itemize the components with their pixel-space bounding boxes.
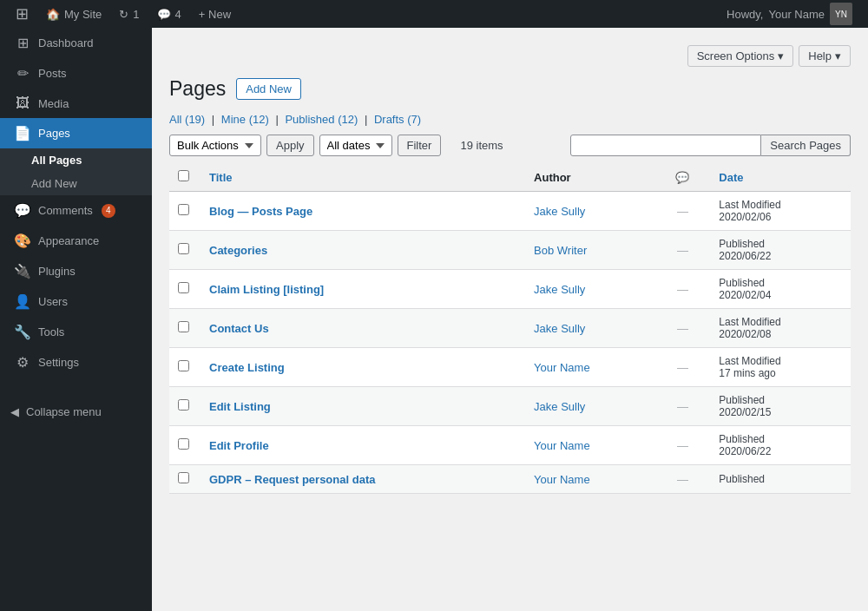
row-title-cell: Contact Us bbox=[201, 309, 525, 348]
author-link[interactable]: Jake Sully bbox=[534, 283, 585, 296]
adminbar-user[interactable]: Howdy, Your Name YN bbox=[718, 3, 861, 25]
sidebar-label-media: Media bbox=[38, 97, 69, 110]
adminbar-mysite[interactable]: 🏠 My Site bbox=[37, 0, 110, 28]
tab-drafts[interactable]: Drafts (7) bbox=[374, 113, 421, 126]
tab-mine[interactable]: Mine (12) bbox=[221, 113, 269, 126]
table-row: Contact Us Jake Sully — Last Modified 20… bbox=[169, 309, 851, 348]
sidebar-item-users[interactable]: 👤 Users bbox=[0, 286, 152, 317]
updates-icon: ↻ bbox=[119, 8, 128, 21]
row-checkbox[interactable] bbox=[178, 321, 189, 332]
sidebar-label-users: Users bbox=[38, 295, 68, 308]
date-value: 2020/02/08 bbox=[719, 328, 842, 340]
page-title-link[interactable]: GDPR – Request personal data bbox=[209, 473, 375, 486]
sidebar-sub-add-new[interactable]: Add New bbox=[0, 172, 152, 195]
sidebar-item-appearance[interactable]: 🎨 Appearance bbox=[0, 226, 152, 256]
page-title-link[interactable]: Edit Profile bbox=[209, 439, 269, 452]
author-link[interactable]: Your Name bbox=[534, 473, 590, 486]
row-date-cell: Published bbox=[710, 465, 851, 494]
row-checkbox[interactable] bbox=[178, 204, 189, 215]
sidebar-item-plugins[interactable]: 🔌 Plugins bbox=[0, 256, 152, 286]
row-checkbox[interactable] bbox=[178, 399, 189, 411]
title-sort-link[interactable]: Title bbox=[209, 171, 233, 184]
date-status: Last Modified bbox=[719, 316, 780, 328]
adminbar-new[interactable]: + New bbox=[190, 0, 240, 28]
settings-icon: ⚙ bbox=[14, 354, 31, 371]
table-row: Claim Listing [listing] Jake Sully — Pub… bbox=[169, 270, 851, 309]
row-title-cell: GDPR – Request personal data bbox=[201, 465, 525, 494]
author-link[interactable]: Jake Sully bbox=[534, 205, 585, 218]
help-button[interactable]: Help ▾ bbox=[799, 45, 851, 67]
sidebar-label-tools: Tools bbox=[38, 325, 64, 338]
author-link[interactable]: Jake Sully bbox=[534, 400, 585, 413]
page-title-link[interactable]: Contact Us bbox=[209, 322, 269, 335]
pages-icon: 📄 bbox=[14, 125, 31, 141]
adminbar-comments[interactable]: 💬 4 bbox=[148, 0, 190, 28]
sidebar-item-settings[interactable]: ⚙ Settings bbox=[0, 347, 152, 378]
row-checkbox[interactable] bbox=[178, 360, 189, 371]
date-filter-select[interactable]: All dates bbox=[319, 135, 392, 156]
row-title-cell: Claim Listing [listing] bbox=[201, 270, 525, 309]
th-author: Author bbox=[525, 163, 655, 192]
row-checkbox[interactable] bbox=[178, 243, 189, 254]
select-all-checkbox[interactable] bbox=[178, 170, 189, 181]
row-checkbox[interactable] bbox=[178, 472, 189, 483]
sep2: | bbox=[275, 113, 278, 126]
apply-button[interactable]: Apply bbox=[266, 135, 314, 156]
add-new-button[interactable]: Add New bbox=[236, 78, 301, 100]
row-author-cell: Jake Sully bbox=[525, 387, 655, 426]
sidebar-item-posts[interactable]: ✏ Posts bbox=[0, 58, 152, 89]
sep3: | bbox=[365, 113, 367, 126]
sidebar-item-dashboard[interactable]: ⊞ Dashboard bbox=[0, 28, 152, 58]
sidebar-item-comments[interactable]: 💬 Comments 4 bbox=[0, 195, 152, 226]
comments-icon: 💬 bbox=[14, 202, 31, 219]
row-author-cell: Jake Sully bbox=[525, 192, 655, 231]
page-title-link[interactable]: Claim Listing [listing] bbox=[209, 283, 324, 296]
row-checkbox-cell bbox=[169, 348, 201, 387]
row-checkbox-cell bbox=[169, 231, 201, 270]
row-checkbox-cell bbox=[169, 387, 201, 426]
row-comments-cell: — bbox=[655, 231, 711, 270]
author-link[interactable]: Your Name bbox=[534, 361, 590, 374]
filter-button[interactable]: Filter bbox=[398, 135, 442, 156]
row-date-cell: Published 2020/06/22 bbox=[710, 231, 851, 270]
bulk-actions-select[interactable]: Bulk Actions bbox=[169, 135, 261, 156]
table-row: Categories Bob Writer — Published 2020/0… bbox=[169, 231, 851, 270]
comments-badge: 4 bbox=[102, 204, 115, 218]
sidebar-sub-all-pages[interactable]: All Pages bbox=[0, 148, 152, 172]
row-checkbox[interactable] bbox=[178, 438, 189, 450]
date-status: Published bbox=[719, 394, 765, 406]
tab-published[interactable]: Published (12) bbox=[285, 113, 358, 126]
dashboard-icon: ⊞ bbox=[14, 35, 31, 51]
page-title-link[interactable]: Edit Listing bbox=[209, 400, 271, 413]
adminbar-updates[interactable]: ↻ 1 bbox=[110, 0, 148, 28]
collapse-menu[interactable]: ◀ Collapse menu bbox=[0, 395, 152, 429]
search-input[interactable] bbox=[570, 135, 761, 156]
row-date-cell: Last Modified 2020/02/06 bbox=[710, 192, 851, 231]
tab-all[interactable]: All (19) bbox=[169, 113, 205, 126]
search-pages-button[interactable]: Search Pages bbox=[761, 135, 851, 156]
page-title: Pages bbox=[169, 77, 226, 101]
page-title-link[interactable]: Categories bbox=[209, 244, 267, 257]
author-link[interactable]: Your Name bbox=[534, 439, 590, 452]
date-status: Published bbox=[719, 473, 765, 485]
filter-tabs: All (19) | Mine (12) | Published (12) | … bbox=[169, 113, 851, 126]
row-comments-cell: — bbox=[655, 348, 711, 387]
sidebar-pages-submenu: All Pages Add New bbox=[0, 148, 152, 195]
collapse-label: Collapse menu bbox=[26, 405, 102, 418]
row-checkbox-cell bbox=[169, 192, 201, 231]
page-title-link[interactable]: Blog — Posts Page bbox=[209, 205, 312, 218]
sidebar-item-tools[interactable]: 🔧 Tools bbox=[0, 317, 152, 347]
sep1: | bbox=[212, 113, 214, 126]
row-checkbox[interactable] bbox=[178, 282, 189, 293]
screen-options-button[interactable]: Screen Options ▾ bbox=[687, 45, 794, 67]
author-link[interactable]: Bob Writer bbox=[534, 244, 587, 257]
sidebar-item-pages[interactable]: 📄 Pages bbox=[0, 118, 152, 148]
date-sort-link[interactable]: Date bbox=[719, 171, 743, 184]
adminbar-logo[interactable]: ⊞ bbox=[7, 0, 37, 28]
top-actions-bar: Screen Options ▾ Help ▾ bbox=[169, 45, 851, 67]
sidebar: ⊞ Dashboard ✏ Posts 🖼 Media 📄 Pages All … bbox=[0, 28, 152, 611]
sidebar-item-media[interactable]: 🖼 Media bbox=[0, 89, 152, 118]
author-link[interactable]: Jake Sully bbox=[534, 322, 585, 335]
row-author-cell: Your Name bbox=[525, 426, 655, 465]
page-title-link[interactable]: Create Listing bbox=[209, 361, 285, 374]
